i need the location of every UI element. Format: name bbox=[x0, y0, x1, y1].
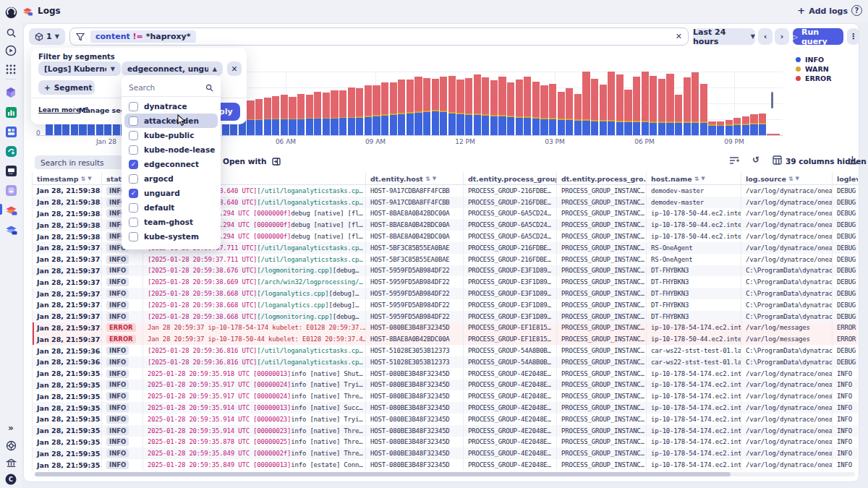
checkbox[interactable] bbox=[129, 203, 138, 213]
table-row[interactable]: Jan 28, 21:59:35.849INFO2025-01-28 20:59… bbox=[32, 459, 858, 471]
checkbox[interactable] bbox=[129, 218, 138, 227]
chart-bar[interactable] bbox=[666, 74, 673, 135]
chart-bar[interactable] bbox=[407, 80, 414, 135]
chevron-down-icon[interactable]: ▼ bbox=[88, 176, 91, 181]
chart-bar[interactable] bbox=[700, 84, 707, 135]
chart-bar[interactable] bbox=[247, 100, 254, 135]
segment-option[interactable]: attacker-den bbox=[124, 114, 218, 128]
business-icon[interactable] bbox=[4, 456, 17, 469]
table-row[interactable]: Jan 28, 21:59:37.668INFO[2025-01-28 20:5… bbox=[32, 311, 858, 322]
chart-bar[interactable] bbox=[516, 80, 523, 135]
query-input[interactable]: content != *haproxy* ✕ bbox=[69, 27, 689, 46]
getting-started-icon[interactable] bbox=[4, 44, 17, 57]
segment-search-input[interactable]: Search bbox=[129, 81, 213, 94]
table-row[interactable]: Jan 28, 21:59:35.917INFO2025-01-28 20:59… bbox=[32, 390, 858, 402]
segment-option[interactable]: dynatrace bbox=[124, 99, 218, 114]
green-app-icon[interactable] bbox=[4, 106, 17, 119]
timeframe-selector[interactable]: Last 24 hours▼ bbox=[693, 28, 755, 45]
checkbox[interactable]: ✓ bbox=[129, 189, 138, 198]
chart-bar[interactable] bbox=[549, 84, 556, 135]
chart-bar[interactable] bbox=[692, 72, 699, 135]
segment-option[interactable]: kube-public bbox=[124, 128, 218, 142]
chart-bar-partial[interactable] bbox=[767, 134, 780, 136]
chart-bar[interactable] bbox=[633, 77, 640, 135]
chart-bar[interactable] bbox=[465, 78, 472, 135]
chart-bar[interactable] bbox=[591, 79, 598, 135]
chart-bar[interactable] bbox=[71, 123, 78, 135]
table-row[interactable]: Jan 28, 21:59:37.668INFO[2025-01-28 20:5… bbox=[32, 288, 858, 299]
chart-bar[interactable] bbox=[456, 80, 464, 135]
help-icon[interactable]: ? bbox=[851, 5, 862, 16]
chart-bar[interactable] bbox=[566, 88, 573, 135]
chart-bar[interactable] bbox=[474, 74, 481, 135]
chevron-down-icon[interactable]: ▼ bbox=[796, 176, 799, 181]
chart-bar[interactable] bbox=[289, 97, 296, 135]
chart-bar[interactable] bbox=[356, 88, 363, 135]
add-segment-button[interactable]: +Segment bbox=[38, 80, 95, 95]
smartscape-app-icon[interactable] bbox=[4, 164, 17, 177]
sort-icon[interactable]: ⇅ bbox=[694, 176, 699, 182]
dashboards-app-icon[interactable] bbox=[4, 125, 17, 138]
table-row[interactable]: Jan 28, 21:59:37.669INFO[2025-01-28 20:5… bbox=[32, 276, 858, 288]
segment-values-selector[interactable]: edgeconnect, unguard ▲ bbox=[122, 61, 223, 76]
chart-bar[interactable] bbox=[482, 77, 489, 135]
reset-icon[interactable]: ↺ bbox=[752, 155, 760, 165]
chart-bar[interactable] bbox=[642, 72, 649, 135]
chart-bar[interactable] bbox=[600, 85, 607, 135]
chart-bar[interactable] bbox=[675, 95, 682, 135]
checkbox[interactable] bbox=[129, 116, 138, 126]
column-header[interactable]: timestamp⇅▼ bbox=[32, 172, 101, 185]
column-header[interactable]: log.source⇅▼ bbox=[741, 172, 832, 185]
column-header[interactable]: dt.entity.host⇅▼ bbox=[365, 172, 463, 185]
segment-option[interactable]: ✓edgeconnect bbox=[124, 157, 218, 171]
hosts-app-icon[interactable] bbox=[4, 145, 17, 158]
table-row[interactable]: Jan 28, 21:59:35.918INFO2025-01-28 20:59… bbox=[32, 368, 858, 380]
chart-bar[interactable] bbox=[414, 77, 422, 135]
segment-option[interactable]: ✓unguard bbox=[124, 186, 218, 200]
chart-bar[interactable] bbox=[398, 80, 405, 135]
table-row[interactable]: Jan 28, 21:59:36.816INFO[2025-01-28 20:5… bbox=[32, 345, 858, 356]
chart-bar[interactable] bbox=[608, 72, 615, 135]
chart-bar[interactable] bbox=[306, 95, 313, 135]
chart-bar[interactable] bbox=[448, 76, 456, 135]
chart-bar[interactable] bbox=[759, 114, 766, 135]
search-in-results-input[interactable]: Search in results bbox=[35, 155, 127, 169]
notebooks-app-icon[interactable] bbox=[4, 184, 17, 197]
chart-bar[interactable] bbox=[490, 80, 498, 135]
chart-bar[interactable] bbox=[255, 99, 263, 135]
table-row[interactable]: Jan 28, 21:59:35.914INFO2025-01-28 20:59… bbox=[32, 402, 858, 414]
chart-bar[interactable] bbox=[281, 95, 288, 135]
column-header[interactable]: dt.entity.process_group⇅▼ bbox=[463, 172, 556, 185]
chart-bar[interactable] bbox=[616, 74, 624, 135]
segment-option[interactable]: argocd bbox=[124, 171, 218, 186]
column-header[interactable]: loglevel⇅ bbox=[832, 172, 858, 185]
chart-bar[interactable] bbox=[650, 76, 657, 135]
column-header[interactable]: dt.entity.process_gro...⇅▼ bbox=[556, 172, 646, 185]
table-row[interactable]: Jan 28, 21:59:37.000ERRORJan 28 20:59:37… bbox=[32, 333, 858, 345]
chart-bar[interactable] bbox=[532, 82, 540, 135]
segment-type-selector[interactable]: [Logs] Kubernetes... ▼ bbox=[38, 61, 121, 76]
chart-bar[interactable] bbox=[423, 78, 430, 135]
chart-bar[interactable] bbox=[524, 77, 531, 135]
support-icon[interactable] bbox=[4, 439, 17, 452]
chart-bar[interactable] bbox=[507, 82, 514, 135]
chart-bar[interactable] bbox=[726, 120, 733, 135]
chart-bar[interactable] bbox=[272, 96, 279, 135]
chart-bar[interactable] bbox=[574, 94, 582, 135]
table-row[interactable]: Jan 28, 21:59:37.711INFO[2025-01-28 20:5… bbox=[32, 254, 858, 265]
app-grid-icon[interactable] bbox=[4, 63, 17, 76]
chart-bar[interactable] bbox=[54, 123, 61, 135]
user-avatar[interactable]: C bbox=[4, 473, 17, 486]
more-options-button[interactable]: ⋮ bbox=[847, 28, 859, 45]
sort-icon[interactable]: ⇅ bbox=[788, 176, 793, 182]
chart-bar[interactable] bbox=[750, 114, 757, 135]
chart-bar[interactable] bbox=[88, 123, 95, 135]
table-row[interactable]: Jan 28, 21:59:37.668INFO[2025-01-28 20:5… bbox=[32, 299, 858, 311]
expand-sidebar-icon[interactable]: » bbox=[4, 421, 17, 435]
chart-bar[interactable] bbox=[46, 123, 53, 135]
table-row[interactable]: Jan 28, 21:59:35.849INFO2025-01-28 20:59… bbox=[32, 448, 858, 459]
table-row[interactable]: Jan 28, 21:59:35.878INFO2025-01-28 20:59… bbox=[32, 437, 858, 448]
chart-bar[interactable] bbox=[348, 87, 355, 135]
chart-bar[interactable] bbox=[540, 85, 548, 135]
dynatrace-logo-icon[interactable] bbox=[4, 6, 17, 19]
